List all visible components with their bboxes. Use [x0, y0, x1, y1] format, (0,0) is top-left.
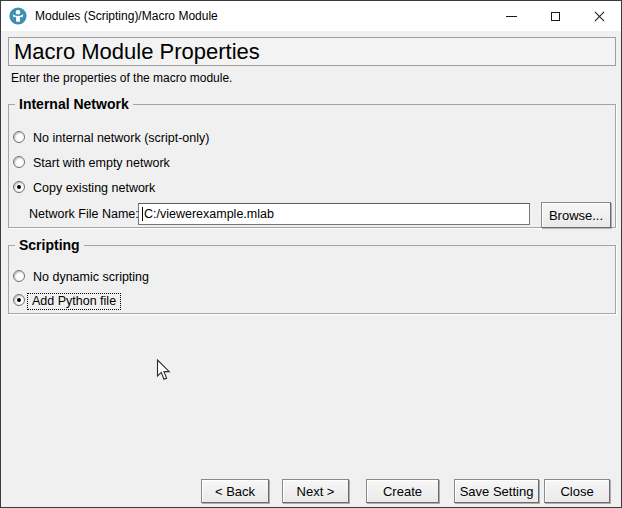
close-dialog-button[interactable]: Close: [544, 479, 610, 503]
radio-option-start-empty-network[interactable]: Start with empty network: [9, 155, 615, 171]
radio-icon: [13, 181, 25, 193]
radio-label: No internal network (script-only): [33, 130, 209, 146]
scripting-group-title: Scripting: [15, 237, 84, 253]
network-file-input[interactable]: C:/viewerexample.mlab: [138, 203, 530, 225]
minimize-icon: [506, 16, 517, 17]
radio-icon: [13, 131, 25, 143]
dialog-window: Modules (Scripting)/Macro Module Macro M…: [0, 0, 622, 508]
maximize-icon: [551, 12, 560, 21]
maximize-button[interactable]: [533, 1, 577, 31]
radio-label: Copy existing network: [33, 180, 155, 196]
network-file-value: C:/viewerexample.mlab: [144, 207, 274, 221]
scripting-group: Scripting No dynamic scripting Add Pytho…: [8, 245, 616, 314]
radio-label: Start with empty network: [33, 155, 170, 171]
page-subtitle: Enter the properties of the macro module…: [11, 71, 232, 85]
window-title: Modules (Scripting)/Macro Module: [35, 9, 218, 23]
internal-network-group-title: Internal Network: [15, 96, 133, 112]
mouse-cursor: [156, 359, 171, 382]
internal-network-group: Internal Network No internal network (sc…: [8, 104, 616, 228]
radio-label: No dynamic scripting: [33, 269, 149, 285]
next-button[interactable]: Next >: [282, 479, 349, 503]
save-setting-button[interactable]: Save Setting: [454, 479, 539, 503]
page-title: Macro Module Properties: [9, 39, 260, 65]
radio-option-add-python-file[interactable]: Add Python file: [9, 293, 615, 309]
radio-option-no-dynamic-scripting[interactable]: No dynamic scripting: [9, 269, 615, 285]
app-icon: [9, 7, 27, 25]
close-icon: [594, 11, 605, 22]
radio-option-copy-existing-network[interactable]: Copy existing network: [9, 180, 615, 196]
back-button[interactable]: < Back: [201, 479, 269, 503]
minimize-button[interactable]: [489, 1, 533, 31]
text-caret: [142, 207, 143, 221]
create-button[interactable]: Create: [366, 479, 439, 503]
close-button[interactable]: [577, 1, 621, 31]
radio-icon: [13, 156, 25, 168]
header-box: Macro Module Properties: [8, 37, 616, 66]
radio-icon: [13, 270, 25, 282]
radio-label: Add Python file: [27, 293, 121, 310]
radio-icon: [13, 294, 25, 306]
window-controls: [489, 1, 621, 31]
browse-button[interactable]: Browse...: [541, 202, 611, 228]
title-bar: Modules (Scripting)/Macro Module: [1, 1, 621, 31]
network-file-name-label: Network File Name:: [29, 207, 139, 221]
radio-option-no-internal-network[interactable]: No internal network (script-only): [9, 130, 615, 146]
